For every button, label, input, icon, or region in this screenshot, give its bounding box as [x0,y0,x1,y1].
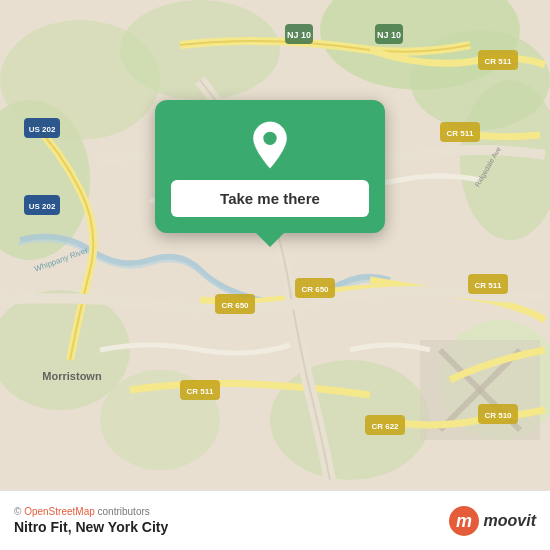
svg-text:CR 510: CR 510 [484,411,512,420]
svg-point-7 [270,360,430,480]
svg-text:CR 650: CR 650 [301,285,329,294]
svg-text:NJ 10: NJ 10 [287,30,311,40]
attribution-highlight: OpenStreetMap [24,506,95,517]
moovit-brand-text: moovit [484,512,536,530]
place-city-text: New York City [75,519,168,535]
place-name: Nitro Fit, New York City [14,519,168,535]
svg-text:NJ 10: NJ 10 [377,30,401,40]
map-container: NJ 10 NJ 10 US 202 US 202 CR 511 CR 511 … [0,0,550,490]
place-name-text: Nitro Fit [14,519,68,535]
take-me-there-button[interactable]: Take me there [171,180,369,217]
svg-text:CR 511: CR 511 [186,387,214,396]
svg-text:CR 650: CR 650 [221,301,249,310]
map-attribution: © OpenStreetMap contributors [14,506,168,517]
popup-card: Take me there [155,100,385,233]
location-pin-icon [245,120,295,170]
svg-text:US 202: US 202 [29,125,56,134]
svg-point-41 [263,132,276,145]
svg-text:CR 511: CR 511 [484,57,512,66]
place-info: © OpenStreetMap contributors Nitro Fit, … [14,506,168,535]
svg-text:CR 511: CR 511 [446,129,474,138]
svg-text:CR 511: CR 511 [474,281,502,290]
moovit-logo-icon: m moovit [448,505,536,537]
svg-text:m: m [456,511,472,531]
bottom-bar: © OpenStreetMap contributors Nitro Fit, … [0,490,550,550]
moovit-m-icon: m [448,505,480,537]
svg-text:Morristown: Morristown [42,370,102,382]
svg-text:US 202: US 202 [29,202,56,211]
svg-text:CR 622: CR 622 [371,422,399,431]
